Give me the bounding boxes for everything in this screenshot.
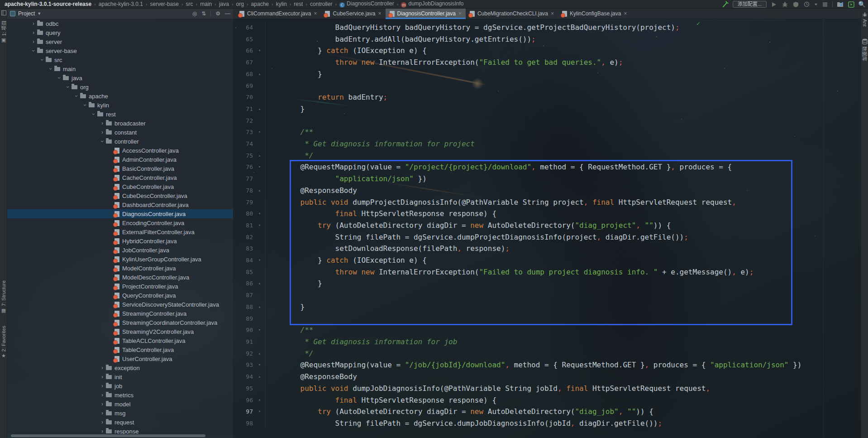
tree-item-constant[interactable]: ›constant: [7, 128, 233, 137]
tree-item-ProjectController.java[interactable]: ProjectController.java: [7, 282, 233, 291]
sidebar-item-database[interactable]: 数据库: [861, 39, 868, 61]
chevron-collapsed-icon[interactable]: ›: [30, 29, 37, 36]
code-line[interactable]: 65 badEntry.addAll(badQueryHistory.getEn…: [233, 34, 861, 45]
chevron-expanded-icon[interactable]: ›: [73, 92, 80, 100]
code-line[interactable]: 70 return badEntry;: [233, 91, 861, 103]
tree-item-msg[interactable]: ›msg: [7, 409, 233, 418]
code-line[interactable]: 94▴ @ResponseBody: [233, 371, 861, 383]
code-line[interactable]: 85 throw new InternalErrorException("Fai…: [233, 266, 861, 278]
chevron-expanded-icon[interactable]: ›: [91, 111, 97, 118]
chevron-collapsed-icon[interactable]: ›: [99, 401, 106, 407]
fold-marker-icon[interactable]: ▴: [254, 185, 266, 197]
run-configurations-button[interactable]: 添加配置...: [733, 1, 767, 8]
tree-item-ModelController.java[interactable]: ModelController.java: [7, 264, 233, 273]
tree-item-DiagnosisController.java[interactable]: DiagnosisController.java: [7, 209, 233, 218]
fold-marker-icon[interactable]: ▾: [254, 255, 266, 266]
fold-marker-icon[interactable]: ▾: [254, 359, 266, 371]
code-line[interactable]: 64 BadQueryHistory badQueryHistory = dgS…: [233, 22, 861, 34]
close-icon[interactable]: ×: [314, 11, 317, 16]
sidebar-item-structure[interactable]: 7: Structure ▦: [0, 280, 7, 313]
tree-item-EncodingController.java[interactable]: EncodingController.java: [7, 218, 233, 227]
code-line[interactable]: 69: [233, 80, 861, 92]
breadcrumb-item[interactable]: org: [235, 1, 245, 7]
fold-gutter[interactable]: [254, 80, 266, 92]
tree-item-AdminController.java[interactable]: AdminController.java: [7, 155, 233, 164]
code-line[interactable]: 79 public void dumpProjectDiagnosisInfo(…: [233, 197, 861, 208]
fold-marker-icon[interactable]: ▾: [254, 324, 266, 336]
code-line[interactable]: 74 * Get diagnosis information for proje…: [233, 138, 861, 150]
chevron-collapsed-icon[interactable]: ›: [99, 410, 106, 416]
tab-CubeService.java[interactable]: CubeService.java×: [321, 9, 385, 19]
breadcrumb-item[interactable]: java: [218, 1, 230, 7]
tree-item-request[interactable]: ›request: [7, 418, 233, 427]
project-structure-icon[interactable]: [837, 1, 844, 8]
code-line[interactable]: 86▴ }: [233, 278, 861, 289]
tree-item-JobController.java[interactable]: JobController.java: [7, 245, 233, 255]
tree-item-KylinUserGroupController.java[interactable]: KylinUserGroupController.java: [7, 255, 233, 264]
tree-item-HybridController.java[interactable]: HybridController.java: [7, 236, 233, 245]
tree-item-BasicController.java[interactable]: BasicController.java: [7, 164, 233, 173]
tree-item-server-base[interactable]: ›server-base: [7, 46, 233, 55]
fold-marker-icon[interactable]: ▾: [254, 220, 266, 231]
chevron-collapsed-icon[interactable]: ›: [30, 20, 37, 27]
profiler-icon[interactable]: [803, 1, 810, 8]
code-line[interactable]: 67 throw new InternalErrorException("Fai…: [233, 57, 861, 68]
chevron-down-icon[interactable]: ▼: [37, 11, 41, 16]
tree-item-ExternalFilterController.java[interactable]: ExternalFilterController.java: [7, 227, 233, 236]
breadcrumb-item[interactable]: CDiagnosisController: [339, 0, 395, 8]
chevron-expanded-icon[interactable]: ›: [56, 74, 62, 82]
coverage-icon[interactable]: [792, 1, 799, 8]
chevron-expanded-icon[interactable]: ›: [82, 101, 88, 109]
tree-item-exception[interactable]: ›exception: [7, 363, 233, 372]
chevron-collapsed-icon[interactable]: ›: [99, 419, 106, 425]
chevron-expanded-icon[interactable]: ›: [39, 56, 45, 63]
tree-item-AccessController.java[interactable]: AccessController.java: [7, 146, 233, 155]
tree-item-job[interactable]: ›job: [7, 381, 233, 390]
close-icon[interactable]: ×: [624, 11, 627, 16]
fold-gutter[interactable]: [254, 22, 266, 34]
tree-item-TableController.java[interactable]: TableController.java: [7, 345, 233, 354]
code-line[interactable]: 96▾ final HttpServletResponse response) …: [233, 395, 861, 406]
tree-item-main[interactable]: ›main: [7, 64, 233, 73]
code-line[interactable]: 95 public void dumpJobDiagnosisInfo(@Pat…: [233, 383, 861, 395]
breadcrumb-item[interactable]: main: [199, 1, 213, 7]
search-everywhere-icon[interactable]: 🔍: [858, 1, 865, 8]
tree-item-response[interactable]: ›response: [7, 427, 233, 434]
code-line[interactable]: 80▾ final HttpServletResponse response) …: [233, 208, 861, 220]
tree-item-controller[interactable]: ›controller: [7, 137, 233, 146]
code-line[interactable]: 89: [233, 313, 861, 325]
code-line[interactable]: 84▾ } catch (IOException e) {: [233, 255, 861, 266]
fold-marker-icon[interactable]: ▴: [254, 150, 266, 162]
code-line[interactable]: 88▴ }: [233, 301, 861, 313]
code-line[interactable]: 90▾ /**: [233, 324, 861, 336]
stop-icon[interactable]: [821, 1, 828, 8]
run-icon[interactable]: [771, 1, 777, 8]
breadcrumb-item[interactable]: apache-kylin-3.0.1-source-release: [4, 1, 92, 7]
sidebar-item-ant[interactable]: Ant: [861, 12, 868, 27]
tab-CliCommandExecutor.java[interactable]: CliCommandExecutor.java×: [235, 9, 321, 19]
tab-DiagnosisController.java[interactable]: DiagnosisController.java×: [386, 9, 466, 19]
fold-gutter[interactable]: [254, 173, 266, 185]
fold-gutter[interactable]: [254, 197, 266, 208]
tree-item-java[interactable]: ›java: [7, 73, 233, 82]
fold-gutter[interactable]: [254, 418, 266, 429]
fold-marker-icon[interactable]: ▴: [254, 278, 266, 289]
breadcrumb-item[interactable]: server-base: [149, 1, 180, 7]
profiler-dropdown-icon[interactable]: [815, 4, 817, 5]
code-line[interactable]: 82 String filePath = dgService.dumpProje…: [233, 231, 861, 243]
gear-icon[interactable]: ⚙: [215, 11, 220, 16]
chevron-collapsed-icon[interactable]: ›: [99, 428, 106, 434]
chevron-collapsed-icon[interactable]: ›: [99, 383, 106, 389]
fold-marker-icon[interactable]: ▴: [254, 371, 266, 383]
project-panel-title[interactable]: Project: [18, 10, 35, 17]
tree-item-CubeDescController.java[interactable]: CubeDescController.java: [7, 191, 233, 200]
tree-item-apache[interactable]: ›apache: [7, 91, 233, 101]
tab-KylinConfigBase.java[interactable]: KylinConfigBase.java×: [558, 9, 631, 19]
fold-marker-icon[interactable]: ▴: [254, 103, 266, 115]
fold-gutter[interactable]: [254, 243, 266, 255]
fold-gutter[interactable]: [254, 289, 266, 301]
chevron-expanded-icon[interactable]: ›: [99, 138, 105, 145]
breadcrumb-item[interactable]: apache-kylin-3.0.1: [98, 1, 144, 7]
chevron-collapsed-icon[interactable]: ›: [99, 374, 106, 380]
wrench-icon[interactable]: [722, 1, 729, 8]
